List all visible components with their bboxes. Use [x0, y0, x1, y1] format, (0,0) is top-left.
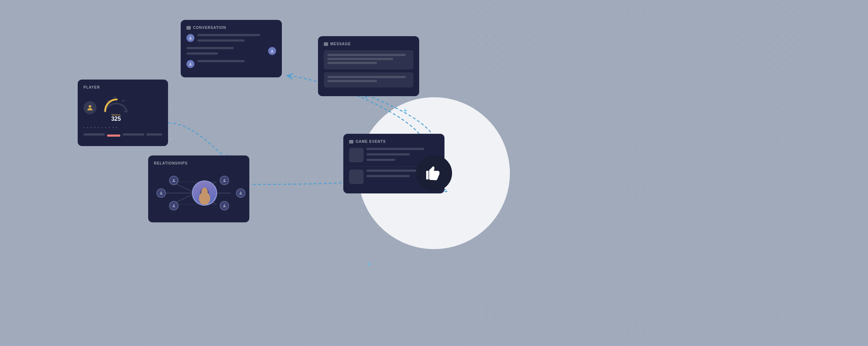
stat-bar-pink	[107, 134, 120, 137]
conv-row-1	[186, 34, 276, 43]
event-bar	[366, 175, 410, 177]
stat-bar	[123, 133, 144, 136]
rel-node-6	[220, 201, 229, 210]
game-events-card-title: GAME EVENTS	[349, 140, 439, 144]
svg-point-19	[199, 192, 210, 205]
svg-point-25	[224, 204, 225, 206]
avatar-2	[268, 47, 276, 55]
svg-text:240: 240	[107, 100, 110, 102]
msg-bar	[327, 58, 393, 60]
msg-bar	[327, 54, 406, 56]
event-thumb-1	[349, 148, 364, 162]
avatar-3	[186, 60, 194, 68]
svg-text:400: 400	[113, 96, 116, 98]
rel-node-1	[169, 176, 179, 185]
svg-text:480: 480	[122, 100, 125, 102]
player-stats	[83, 133, 162, 137]
relationship-center-node	[192, 180, 217, 206]
svg-point-3	[89, 105, 91, 108]
msg-bar	[327, 80, 377, 82]
stat-bar	[146, 133, 162, 136]
player-avatar	[83, 101, 96, 114]
msg-bar	[327, 62, 377, 64]
conv-bar	[197, 39, 245, 42]
conv-bar	[197, 60, 245, 62]
gauge-svg: 150 550 400 240 480	[102, 94, 130, 114]
player-card: PLAYER 150 550 400 240 480 Medium 325 * …	[78, 80, 168, 146]
plus-decoration-1: +	[403, 107, 408, 115]
conversation-card-title: CONVERSATION	[186, 26, 276, 30]
svg-point-21	[224, 179, 225, 180]
event-thumb-2	[349, 170, 364, 184]
svg-text:150: 150	[103, 111, 107, 113]
rel-node-4	[236, 188, 245, 198]
message-block-1	[324, 50, 413, 69]
conv-bar	[186, 52, 218, 55]
rel-node-3	[156, 188, 166, 198]
svg-point-0	[190, 37, 191, 38]
player-card-title: PLAYER	[83, 85, 162, 89]
conv-bar	[197, 34, 260, 36]
avatar-1	[186, 34, 194, 42]
rel-node-2	[220, 176, 229, 185]
message-icon	[324, 42, 328, 46]
svg-point-1	[271, 50, 273, 51]
conv-row-3	[186, 60, 276, 68]
game-events-icon	[349, 140, 353, 144]
conv-bar	[186, 47, 234, 49]
svg-point-22	[160, 192, 162, 193]
message-card: MESSAGE	[318, 36, 419, 96]
stat-bar	[83, 133, 105, 136]
svg-point-24	[173, 204, 175, 206]
svg-point-23	[240, 192, 241, 193]
conversation-card: CONVERSATION	[181, 20, 282, 77]
svg-point-2	[190, 63, 191, 64]
message-card-title: MESSAGE	[324, 42, 413, 46]
relationships-card: RELATIONSHIPS	[148, 155, 249, 222]
conv-bubble-1	[197, 34, 276, 43]
gauge-wrapper: 150 550 400 240 480 Medium 325	[102, 94, 130, 122]
event-bar	[366, 153, 410, 155]
svg-text:550: 550	[124, 111, 127, 113]
message-block-2	[324, 72, 413, 87]
relationship-graph	[154, 170, 244, 217]
relationships-card-title: RELATIONSHIPS	[154, 161, 244, 165]
conv-bubble-3	[197, 60, 276, 64]
event-bar	[366, 159, 395, 161]
msg-bar	[327, 76, 406, 78]
conv-bubble-2	[186, 47, 265, 56]
conv-row-2	[186, 47, 276, 56]
event-bar	[366, 170, 424, 172]
rel-node-5	[169, 201, 179, 210]
svg-point-20	[173, 179, 175, 180]
event-bar	[366, 148, 424, 150]
player-header: 150 550 400 240 480 Medium 325	[83, 94, 162, 122]
center-thumbs-up-icon	[416, 155, 452, 191]
plus-decoration-2: +	[367, 260, 371, 268]
chat-icon	[186, 26, 191, 30]
